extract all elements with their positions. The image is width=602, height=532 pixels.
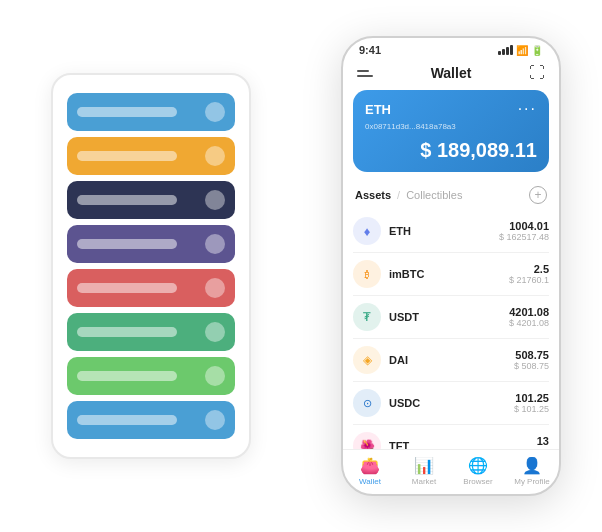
asset-item-imbtc[interactable]: ₿ imBTC 2.5 $ 21760.1: [353, 253, 549, 296]
page-title: Wallet: [431, 65, 472, 81]
nav-market-label: Market: [412, 477, 436, 486]
eth-card-menu[interactable]: ···: [518, 100, 537, 118]
nav-profile-label: My Profile: [514, 477, 550, 486]
card-stack: [51, 73, 251, 459]
market-nav-icon: 📊: [414, 456, 434, 475]
menu-line-mid: [357, 75, 373, 77]
scan-icon[interactable]: ⛶: [529, 64, 545, 82]
asset-logo-usdt: ₮: [353, 303, 381, 331]
asset-symbol-imbtc: imBTC: [389, 268, 509, 280]
asset-item-tft[interactable]: 🌺 TFT 13 0: [353, 425, 549, 449]
asset-values-imbtc: 2.5 $ 21760.1: [509, 263, 549, 285]
asset-item-usdt[interactable]: ₮ USDT 4201.08 $ 4201.08: [353, 296, 549, 339]
asset-amount-eth: 1004.01: [499, 220, 549, 232]
tab-assets[interactable]: Assets: [355, 189, 391, 201]
phone-frame: 9:41 📶 🔋 Wallet ⛶: [341, 36, 561, 496]
card-icon-2: [205, 146, 225, 166]
card-label-6: [77, 327, 177, 337]
asset-values-tft: 13 0: [537, 435, 549, 449]
card-icon-7: [205, 366, 225, 386]
card-icon-1: [205, 102, 225, 122]
nav-wallet[interactable]: 👛 Wallet: [343, 456, 397, 486]
nav-browser[interactable]: 🌐 Browser: [451, 456, 505, 486]
asset-name-col-tft: TFT: [389, 440, 537, 449]
asset-amount-tft: 13: [537, 435, 549, 447]
asset-usd-usdc: $ 101.25: [514, 404, 549, 414]
asset-amount-dai: 508.75: [514, 349, 549, 361]
eth-card-address: 0x08711d3d...8418a78a3: [365, 122, 537, 131]
card-icon-6: [205, 322, 225, 342]
signal-icon: [498, 45, 513, 55]
card-item-6[interactable]: [67, 313, 235, 351]
asset-item-eth[interactable]: ♦ ETH 1004.01 $ 162517.48: [353, 210, 549, 253]
card-item-8[interactable]: [67, 401, 235, 439]
eth-card-balance: $ 189,089.11: [365, 139, 537, 162]
asset-name-col-imbtc: imBTC: [389, 268, 509, 280]
nav-browser-label: Browser: [463, 477, 492, 486]
status-bar: 9:41 📶 🔋: [343, 38, 559, 60]
wallet-nav-icon: 👛: [360, 456, 380, 475]
card-label-2: [77, 151, 177, 161]
card-icon-8: [205, 410, 225, 430]
asset-logo-eth: ♦: [353, 217, 381, 245]
card-item-1[interactable]: [67, 93, 235, 131]
asset-name-col-usdt: USDT: [389, 311, 509, 323]
card-item-3[interactable]: [67, 181, 235, 219]
tab-group: Assets / Collectibles: [355, 189, 462, 201]
asset-symbol-tft: TFT: [389, 440, 537, 449]
app-header: Wallet ⛶: [343, 60, 559, 90]
tab-collectibles[interactable]: Collectibles: [406, 189, 462, 201]
card-icon-3: [205, 190, 225, 210]
asset-usd-dai: $ 508.75: [514, 361, 549, 371]
asset-amount-usdc: 101.25: [514, 392, 549, 404]
eth-wallet-card[interactable]: ETH ··· 0x08711d3d...8418a78a3 $ 189,089…: [353, 90, 549, 172]
bottom-nav: 👛 Wallet 📊 Market 🌐 Browser 👤 My Profile: [343, 449, 559, 494]
card-label-8: [77, 415, 177, 425]
card-label-1: [77, 107, 177, 117]
nav-profile[interactable]: 👤 My Profile: [505, 456, 559, 486]
asset-values-usdc: 101.25 $ 101.25: [514, 392, 549, 414]
card-icon-4: [205, 234, 225, 254]
card-item-4[interactable]: [67, 225, 235, 263]
asset-amount-imbtc: 2.5: [509, 263, 549, 275]
card-item-7[interactable]: [67, 357, 235, 395]
assets-tabs: Assets / Collectibles +: [343, 182, 559, 210]
card-item-5[interactable]: [67, 269, 235, 307]
menu-button[interactable]: [357, 70, 373, 77]
asset-usd-imbtc: $ 21760.1: [509, 275, 549, 285]
asset-logo-tft: 🌺: [353, 432, 381, 449]
card-label-3: [77, 195, 177, 205]
asset-usd-eth: $ 162517.48: [499, 232, 549, 242]
eth-card-name: ETH: [365, 102, 391, 117]
asset-symbol-usdt: USDT: [389, 311, 509, 323]
asset-item-dai[interactable]: ◈ DAI 508.75 $ 508.75: [353, 339, 549, 382]
asset-logo-dai: ◈: [353, 346, 381, 374]
asset-symbol-eth: ETH: [389, 225, 499, 237]
add-asset-button[interactable]: +: [529, 186, 547, 204]
asset-amount-usdt: 4201.08: [509, 306, 549, 318]
status-time: 9:41: [359, 44, 381, 56]
nav-wallet-label: Wallet: [359, 477, 381, 486]
asset-logo-imbtc: ₿: [353, 260, 381, 288]
menu-line-top: [357, 70, 369, 72]
card-label-7: [77, 371, 177, 381]
asset-name-col-usdc: USDC: [389, 397, 514, 409]
asset-name-col-dai: DAI: [389, 354, 514, 366]
card-icon-5: [205, 278, 225, 298]
asset-values-eth: 1004.01 $ 162517.48: [499, 220, 549, 242]
asset-values-dai: 508.75 $ 508.75: [514, 349, 549, 371]
nav-market[interactable]: 📊 Market: [397, 456, 451, 486]
asset-symbol-usdc: USDC: [389, 397, 514, 409]
asset-item-usdc[interactable]: ⊙ USDC 101.25 $ 101.25: [353, 382, 549, 425]
asset-symbol-dai: DAI: [389, 354, 514, 366]
eth-card-top: ETH ···: [365, 100, 537, 118]
asset-values-usdt: 4201.08 $ 4201.08: [509, 306, 549, 328]
card-label-5: [77, 283, 177, 293]
battery-icon: 🔋: [531, 45, 543, 56]
asset-logo-usdc: ⊙: [353, 389, 381, 417]
asset-list: ♦ ETH 1004.01 $ 162517.48 ₿ imBTC 2.5 $ …: [343, 210, 559, 449]
browser-nav-icon: 🌐: [468, 456, 488, 475]
tab-separator: /: [397, 189, 400, 201]
card-item-2[interactable]: [67, 137, 235, 175]
asset-name-col-eth: ETH: [389, 225, 499, 237]
